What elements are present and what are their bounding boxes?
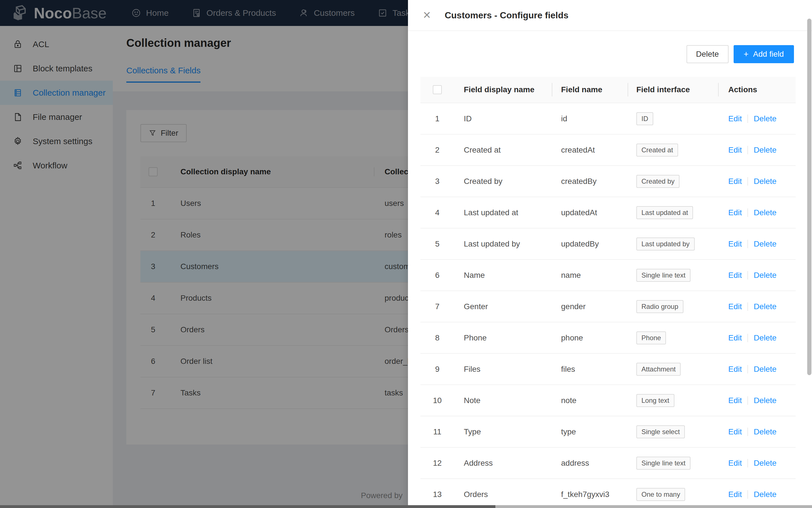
field-display-name: Created at: [454, 145, 552, 155]
drawer-toolbar: Delete + Add field: [420, 45, 794, 63]
delete-link[interactable]: Delete: [754, 490, 776, 499]
action-divider: [748, 146, 748, 154]
field-interface-tag: Single line text: [636, 457, 690, 470]
field-display-name: Genter: [454, 302, 552, 311]
edit-link[interactable]: Edit: [728, 177, 742, 186]
row-index: 8: [420, 333, 454, 342]
fields-table-header: Field display name Field name Field inte…: [420, 77, 796, 103]
delete-link[interactable]: Delete: [754, 333, 776, 342]
delete-link[interactable]: Delete: [754, 365, 776, 374]
delete-button[interactable]: Delete: [686, 45, 728, 63]
column-header-actions: Actions: [718, 85, 796, 94]
field-interface-tag: Last updated by: [636, 238, 695, 251]
delete-link[interactable]: Delete: [754, 177, 776, 186]
vertical-scrollbar-thumb[interactable]: [807, 18, 811, 375]
table-row: 12 Address address Single line text Edit…: [420, 448, 796, 479]
field-name: address: [552, 459, 628, 468]
delete-link[interactable]: Delete: [754, 208, 776, 217]
drawer-title: Customers - Configure fields: [445, 10, 569, 20]
delete-link[interactable]: Delete: [754, 114, 776, 123]
delete-link[interactable]: Delete: [754, 302, 776, 311]
row-index: 2: [420, 145, 454, 155]
field-display-name: Orders: [454, 490, 552, 499]
field-name: id: [552, 114, 628, 123]
edit-link[interactable]: Edit: [728, 208, 742, 217]
field-interface-tag: Created at: [636, 143, 678, 157]
field-name: name: [552, 271, 628, 280]
field-display-name: Name: [454, 271, 552, 280]
field-display-name: Last updated by: [454, 240, 552, 249]
row-index: 4: [420, 208, 454, 217]
edit-link[interactable]: Edit: [728, 490, 742, 499]
row-index: 12: [420, 459, 454, 468]
action-divider: [748, 396, 748, 405]
table-row: 6 Name name Single line text EditDelete: [420, 260, 796, 291]
field-display-name: Address: [454, 459, 552, 468]
add-field-label: Add field: [753, 50, 784, 59]
field-name: gender: [552, 302, 628, 311]
row-index: 1: [420, 114, 454, 123]
field-name: createdAt: [552, 145, 628, 155]
select-all-checkbox[interactable]: [433, 85, 442, 94]
delete-link[interactable]: Delete: [754, 145, 776, 155]
field-interface-tag: Long text: [636, 394, 674, 407]
action-divider: [748, 177, 748, 185]
column-header-field-name: Field name: [552, 85, 628, 94]
table-row: 9 Files files Attachment EditDelete: [420, 354, 796, 385]
table-row: 1 ID id ID EditDelete: [420, 103, 796, 134]
row-index: 10: [420, 396, 454, 405]
field-name: f_tkeh7gyxvi3: [552, 490, 628, 499]
delete-link[interactable]: Delete: [754, 459, 776, 468]
app-root: NocoBase Home Orders & Products Customer…: [0, 0, 812, 508]
edit-link[interactable]: Edit: [728, 333, 742, 342]
field-display-name: Phone: [454, 333, 552, 342]
row-index: 6: [420, 271, 454, 280]
field-interface-tag: Attachment: [636, 363, 681, 376]
field-interface-tag: Single select: [636, 425, 685, 438]
table-row: 10 Note note Long text EditDelete: [420, 385, 796, 416]
action-divider: [748, 365, 748, 374]
field-interface-tag: Single line text: [636, 269, 690, 282]
action-divider: [748, 271, 748, 280]
field-name: updatedBy: [552, 240, 628, 249]
field-interface-tag: Created by: [636, 175, 679, 188]
table-row: 4 Last updated at updatedAt Last updated…: [420, 197, 796, 228]
action-divider: [748, 428, 748, 436]
action-divider: [748, 115, 748, 123]
edit-link[interactable]: Edit: [728, 459, 742, 468]
edit-link[interactable]: Edit: [728, 240, 742, 249]
delete-link[interactable]: Delete: [754, 427, 776, 436]
table-row: 3 Created by createdBy Created by EditDe…: [420, 166, 796, 197]
field-display-name: ID: [454, 114, 552, 123]
edit-link[interactable]: Edit: [728, 427, 742, 436]
close-icon[interactable]: ✕: [423, 10, 431, 20]
field-display-name: Last updated at: [454, 208, 552, 217]
configure-fields-drawer: ✕ Customers - Configure fields Delete + …: [408, 0, 812, 508]
edit-link[interactable]: Edit: [728, 114, 742, 123]
horizontal-scrollbar-thumb[interactable]: [0, 505, 495, 508]
add-field-button[interactable]: + Add field: [734, 45, 794, 63]
table-row: 5 Last updated by updatedBy Last updated…: [420, 228, 796, 260]
edit-link[interactable]: Edit: [728, 271, 742, 280]
delete-link[interactable]: Delete: [754, 240, 776, 249]
table-row: 2 Created at createdAt Created at EditDe…: [420, 134, 796, 166]
edit-link[interactable]: Edit: [728, 302, 742, 311]
field-interface-tag: One to many: [636, 488, 685, 501]
plus-icon: +: [744, 50, 749, 58]
action-divider: [748, 334, 748, 342]
edit-link[interactable]: Edit: [728, 145, 742, 155]
field-display-name: Type: [454, 427, 552, 436]
field-name: updatedAt: [552, 208, 628, 217]
horizontal-scrollbar[interactable]: [0, 505, 812, 508]
delete-link[interactable]: Delete: [754, 271, 776, 280]
edit-link[interactable]: Edit: [728, 365, 742, 374]
field-name: phone: [552, 333, 628, 342]
field-name: note: [552, 396, 628, 405]
table-row: 7 Genter gender Radio group EditDelete: [420, 291, 796, 323]
delete-link[interactable]: Delete: [754, 396, 776, 405]
action-divider: [748, 459, 748, 467]
row-index: 7: [420, 302, 454, 311]
table-row: 8 Phone phone Phone EditDelete: [420, 323, 796, 354]
edit-link[interactable]: Edit: [728, 396, 742, 405]
field-display-name: Files: [454, 365, 552, 374]
